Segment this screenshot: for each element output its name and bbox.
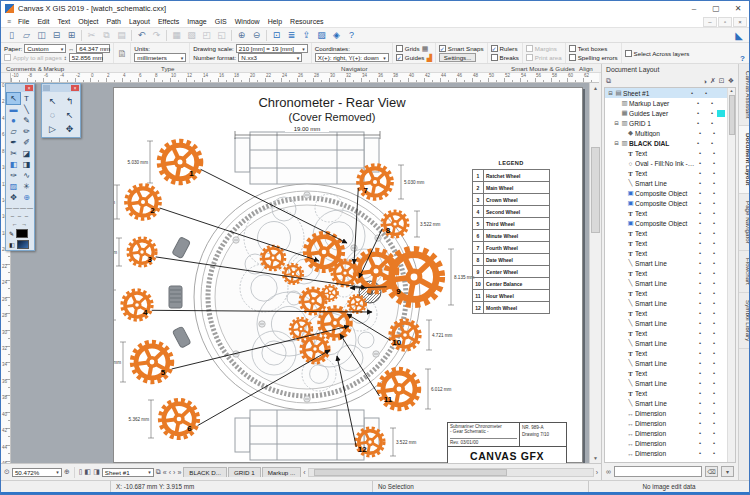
visible-dot[interactable]: • [699, 220, 701, 226]
layer-color-swatch[interactable] [719, 420, 727, 427]
layer-color-swatch[interactable] [719, 130, 727, 137]
layer-toggles[interactable]: •• [695, 400, 719, 406]
print-dot[interactable]: • [705, 90, 707, 96]
print-dot[interactable]: • [713, 380, 715, 386]
print-dot[interactable]: • [713, 350, 715, 356]
print-dot[interactable]: • [713, 370, 715, 376]
visible-dot[interactable]: • [699, 380, 701, 386]
gis-icon[interactable]: ◈ [329, 29, 344, 42]
group-smart-mouse[interactable]: Smart Mouse & Guides [511, 65, 575, 72]
print-dot[interactable]: • [713, 420, 715, 426]
visible-dot[interactable]: • [699, 250, 701, 256]
page-setup-icon[interactable]: ⊡ [269, 29, 284, 42]
visible-dot[interactable]: • [699, 290, 701, 296]
layer-color-swatch[interactable] [719, 190, 727, 197]
visible-dot[interactable]: • [699, 440, 701, 446]
layer-toggles[interactable]: •• [695, 300, 719, 306]
eraser-tool[interactable]: ◪ [20, 148, 33, 159]
selection-palette-titlebar[interactable]: × [42, 84, 80, 92]
select-tool[interactable]: ↖ [7, 93, 20, 104]
visible-dot[interactable]: • [699, 230, 701, 236]
layer-color-swatch[interactable] [719, 150, 727, 157]
layer-toggles[interactable]: •• [695, 310, 719, 316]
print-dot[interactable]: • [713, 230, 715, 236]
layer-row[interactable]: ↔Dimension•• [605, 418, 727, 428]
close-icon[interactable]: ✕ [727, 1, 749, 16]
page-height-field[interactable]: 52.856 mm [69, 53, 103, 62]
layer-toggles[interactable]: •• [695, 130, 719, 136]
visible-dot[interactable]: • [699, 390, 701, 396]
visible-dot[interactable]: • [697, 100, 699, 106]
print-dot[interactable]: • [713, 190, 715, 196]
print-dot[interactable]: • [713, 170, 715, 176]
scroll-left-icon[interactable]: ‹ [303, 469, 305, 476]
layer-row[interactable]: ◆Multigon•• [605, 128, 727, 138]
layer-color-swatch[interactable] [719, 350, 727, 357]
layer-row[interactable]: ▦Guides Layer•• [605, 108, 727, 118]
visible-dot[interactable]: • [697, 120, 699, 126]
print-dot[interactable]: • [713, 210, 715, 216]
layer-row[interactable]: TText•• [605, 228, 727, 238]
doc-minimize-icon[interactable]: – [703, 17, 717, 27]
horizontal-ruler[interactable]: -10-8-6-4-202468101214161820222426283032… [11, 73, 599, 83]
scroll-right-icon[interactable]: › [596, 469, 598, 476]
units-combo[interactable]: millimeters▾ [134, 53, 186, 62]
style-row-0[interactable]: ———— [6, 204, 34, 212]
print-dot[interactable]: • [713, 250, 715, 256]
layer-color-swatch[interactable] [719, 320, 727, 327]
text-boxes-checkbox[interactable] [569, 45, 576, 52]
minimize-icon[interactable]: – [683, 1, 705, 16]
group-navigator[interactable]: Navigator [341, 65, 367, 72]
panel-options-icon[interactable]: ▾ [721, 466, 734, 477]
scroll-down-icon[interactable]: ▼ [590, 453, 601, 463]
zoom-tool[interactable]: ⊕ [20, 192, 33, 203]
first-page-icon[interactable]: « [163, 469, 167, 476]
rectangle-tool[interactable]: ▬ [7, 104, 20, 115]
last-page-icon[interactable]: » [177, 469, 181, 476]
layer-toggles[interactable]: •• [693, 100, 717, 106]
effects-tool[interactable]: ✳ [20, 181, 33, 192]
layer-color-swatch[interactable] [717, 110, 725, 117]
layer-row[interactable]: TText•• [605, 328, 727, 338]
smart-snaps-checkbox[interactable]: ✓ [439, 45, 446, 52]
visible-dot[interactable]: • [699, 240, 701, 246]
layer-row[interactable]: ↔Dimension•• [605, 408, 727, 418]
bucket-fill-tool[interactable]: ◨ [20, 159, 33, 170]
layer-color-swatch[interactable] [719, 300, 727, 307]
layer-toggles[interactable]: •• [693, 140, 717, 146]
layer-color-swatch[interactable] [719, 170, 727, 177]
layer-color-swatch[interactable] [719, 160, 727, 167]
layer-toggles[interactable]: •• [695, 330, 719, 336]
layer-row[interactable]: TText•• [605, 368, 727, 378]
layer-toggles[interactable]: •• [695, 420, 719, 426]
select-arrow-tool[interactable]: ↖ [45, 94, 61, 107]
print-dot[interactable]: • [713, 270, 715, 276]
menu-object[interactable]: Object [74, 17, 102, 26]
lock-icon[interactable] [43, 85, 50, 91]
layer-toggles[interactable]: •• [695, 350, 719, 356]
duplicate-layer-icon[interactable]: ⧉ [606, 77, 611, 85]
layer-toggles[interactable]: •• [695, 200, 719, 206]
layer-row[interactable]: TText•• [605, 388, 727, 398]
print-dot[interactable]: • [713, 440, 715, 446]
lock-column-icon[interactable]: ✗ [710, 77, 716, 85]
layer-toggles[interactable]: •• [695, 220, 719, 226]
layer-color-swatch[interactable] [719, 310, 727, 317]
sheet-tab[interactable]: GRID 1 [228, 467, 261, 477]
tool-palette-titlebar[interactable]: × [6, 84, 34, 92]
menu-edit[interactable]: Edit [33, 17, 53, 26]
new-sheet-icon[interactable]: ▯ [79, 468, 83, 476]
layer-row[interactable]: ▣Composite Object•• [605, 198, 727, 208]
print-dot[interactable]: • [713, 180, 715, 186]
layer-toggles[interactable]: •• [695, 340, 719, 346]
layer-row[interactable]: ⊟▥BLACK DIAL•• [605, 138, 727, 148]
hamburger-icon[interactable]: ≡ [4, 18, 14, 25]
print-area-checkbox[interactable] [526, 54, 533, 61]
layer-color-swatch[interactable] [717, 140, 725, 147]
new-icon[interactable]: ▯ [4, 29, 19, 42]
layer-color-swatch[interactable] [719, 340, 727, 347]
panel-tab-page-navigator[interactable]: Page Navigator [739, 194, 750, 252]
layer-row[interactable]: TText•• [605, 208, 727, 218]
layer-row[interactable]: TText•• [605, 168, 727, 178]
print-icon[interactable]: ⊟ [49, 29, 64, 42]
